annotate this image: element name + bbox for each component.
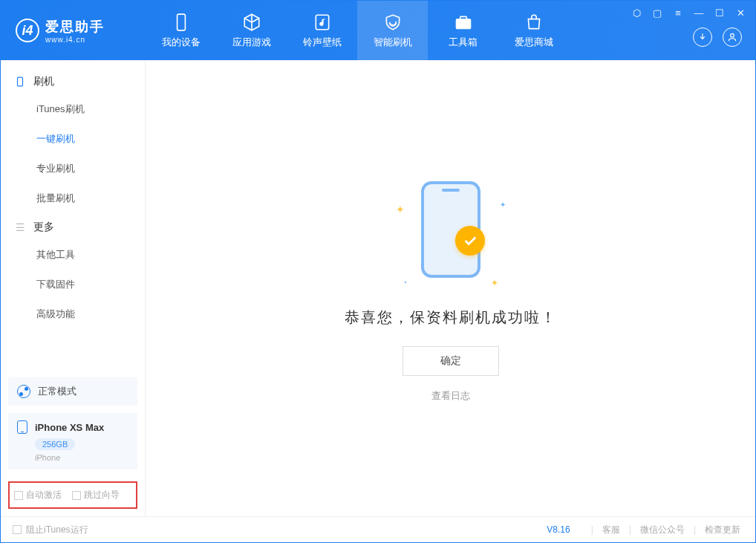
logo-area[interactable]: i4 爱思助手 www.i4.cn: [1, 1, 146, 60]
nav-label: 爱思商城: [515, 36, 553, 49]
lock-icon[interactable]: ▢: [651, 7, 663, 19]
nav-apps-games[interactable]: 应用游戏: [216, 1, 287, 60]
minimize-icon[interactable]: —: [693, 7, 705, 19]
device-model: iPhone: [35, 453, 128, 462]
footer-link-wechat[interactable]: 微信公众号: [637, 524, 688, 536]
app-name: 爱思助手: [45, 18, 105, 36]
device-icon: [171, 12, 192, 33]
view-log-link[interactable]: 查看日志: [431, 389, 470, 403]
window-controls: ⬡ ▢ ≡ — ☐ ✕: [630, 7, 746, 19]
menu-lines-icon: ☰: [14, 221, 26, 233]
sparkle-icon: ✦: [500, 201, 506, 209]
success-message: 恭喜您，保资料刷机成功啦！: [345, 308, 557, 328]
svg-rect-2: [456, 19, 471, 29]
normal-mode-icon: [17, 385, 30, 398]
sparkle-icon: •: [405, 279, 407, 285]
maximize-icon[interactable]: ☐: [714, 7, 726, 19]
checkmark-badge-icon: [455, 226, 485, 256]
checkbox-auto-activate[interactable]: 自动激活: [14, 489, 62, 501]
bottom-options-highlighted: 自动激活 跳过向导: [8, 481, 137, 509]
music-note-icon: [312, 12, 333, 33]
ok-button[interactable]: 确定: [403, 346, 499, 376]
checkbox-icon: [14, 491, 23, 500]
checkbox-icon: [72, 491, 81, 500]
checkbox-label: 阻止iTunes运行: [26, 524, 88, 536]
app-url: www.i4.cn: [45, 36, 105, 44]
nav-label: 铃声壁纸: [303, 36, 342, 49]
device-storage-badge: 256GB: [35, 438, 75, 450]
download-icon[interactable]: [693, 27, 712, 47]
body: 刷机 iTunes刷机 一键刷机 专业刷机 批量刷机 ☰ 更多 其他工具 下载固…: [1, 60, 755, 516]
menu-icon[interactable]: ≡: [672, 7, 684, 19]
nav-label: 工具箱: [449, 36, 478, 49]
sidebar-item-batch-flash[interactable]: 批量刷机: [1, 183, 145, 213]
checkbox-icon: [13, 525, 22, 534]
device-card[interactable]: iPhone XS Max 256GB iPhone: [8, 413, 137, 469]
success-illustration: ✦ ✦ • ✦: [391, 174, 510, 293]
divider: |: [629, 524, 631, 535]
sidebar-item-itunes-flash[interactable]: iTunes刷机: [1, 94, 145, 124]
nav-toolbox[interactable]: 工具箱: [428, 1, 498, 60]
svg-point-4: [731, 33, 734, 37]
sidebar-item-download-firmware[interactable]: 下载固件: [1, 270, 145, 299]
svg-rect-0: [177, 14, 185, 30]
nav-my-device[interactable]: 我的设备: [146, 1, 216, 60]
nav-smart-flash[interactable]: 智能刷机: [357, 1, 428, 60]
status-mode-label: 正常模式: [38, 385, 76, 398]
divider: |: [694, 524, 696, 535]
sparkle-icon: ✦: [396, 204, 405, 215]
sidebar: 刷机 iTunes刷机 一键刷机 专业刷机 批量刷机 ☰ 更多 其他工具 下载固…: [1, 60, 146, 516]
checkbox-skip-guide[interactable]: 跳过向导: [72, 489, 120, 501]
app-logo-icon: i4: [16, 19, 39, 42]
status-card[interactable]: 正常模式: [8, 377, 137, 406]
shirt-icon[interactable]: ⬡: [630, 7, 642, 19]
sidebar-item-pro-flash[interactable]: 专业刷机: [1, 154, 145, 183]
sidebar-item-advanced[interactable]: 高级功能: [1, 299, 145, 329]
sidebar-section-label: 刷机: [33, 75, 54, 88]
refresh-shield-icon: [382, 12, 403, 33]
sparkle-icon: ✦: [491, 278, 498, 288]
nav-store[interactable]: 爱思商城: [498, 1, 569, 60]
main-content: ✦ ✦ • ✦ 恭喜您，保资料刷机成功啦！ 确定 查看日志: [146, 60, 755, 516]
checkbox-label: 跳过向导: [84, 489, 120, 501]
sidebar-section-more: ☰ 更多: [1, 213, 145, 240]
checkbox-label: 自动激活: [26, 489, 62, 501]
sidebar-item-other-tools[interactable]: 其他工具: [1, 240, 145, 270]
sidebar-item-oneclick-flash[interactable]: 一键刷机: [1, 124, 145, 154]
nav-label: 智能刷机: [374, 36, 412, 49]
nav-ringtone-wallpaper[interactable]: 铃声壁纸: [287, 1, 357, 60]
header-right-icons: [693, 27, 742, 47]
device-name: iPhone XS Max: [35, 422, 104, 433]
sidebar-section-label: 更多: [33, 221, 54, 234]
phone-outline-icon: [14, 76, 26, 88]
checkbox-block-itunes[interactable]: 阻止iTunes运行: [13, 524, 88, 536]
footer-link-update[interactable]: 检查更新: [702, 524, 743, 536]
footer-link-support[interactable]: 客服: [599, 524, 623, 536]
shopping-bag-icon: [524, 12, 544, 33]
cube-icon: [241, 12, 262, 33]
top-nav: 我的设备 应用游戏 铃声壁纸 智能刷机 工具箱 爱思商城: [146, 1, 569, 60]
toolbox-icon: [453, 12, 474, 33]
nav-label: 我的设备: [162, 36, 201, 49]
phone-icon: [17, 420, 27, 434]
app-logo-text: 爱思助手 www.i4.cn: [45, 18, 105, 44]
sidebar-section-flash: 刷机: [1, 68, 145, 94]
divider: |: [591, 524, 593, 535]
user-icon[interactable]: [723, 27, 742, 47]
footer: 阻止iTunes运行 V8.16 | 客服 | 微信公众号 | 检查更新: [1, 516, 755, 542]
version-label: V8.16: [547, 524, 570, 535]
header: i4 爱思助手 www.i4.cn 我的设备 应用游戏 铃声壁纸 智能刷机 工具…: [1, 1, 755, 60]
svg-rect-5: [18, 77, 23, 86]
close-icon[interactable]: ✕: [734, 7, 746, 19]
nav-label: 应用游戏: [232, 36, 271, 49]
svg-rect-3: [460, 16, 466, 19]
